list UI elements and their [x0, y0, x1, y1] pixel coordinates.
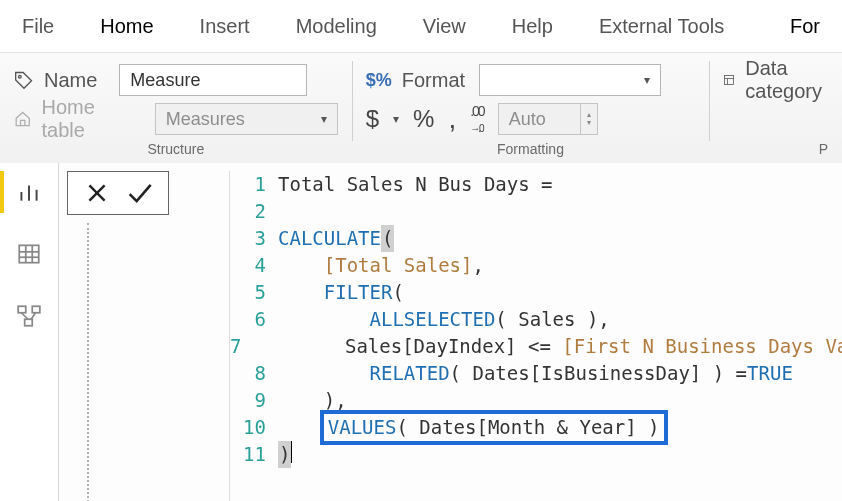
format-icon: $%	[366, 70, 392, 91]
dax-eq-op: =	[724, 360, 747, 387]
decrease-decimals-button[interactable]: .00→.0	[470, 103, 483, 135]
dax-true: TRUE	[747, 360, 793, 387]
dax-first-n: [First N Business Days Value]	[562, 333, 842, 360]
chevron-down-icon: ▾	[321, 112, 327, 126]
dax-open-paren: (	[381, 225, 394, 252]
dax-related: RELATED	[370, 360, 450, 387]
tag-icon	[14, 70, 34, 90]
data-category-label: Data category	[745, 57, 828, 103]
tab-external-tools[interactable]: External Tools	[599, 15, 724, 38]
chevron-down-icon: ▾	[644, 73, 650, 87]
text-cursor	[291, 441, 292, 463]
model-icon	[16, 303, 42, 329]
percent-button[interactable]: %	[413, 105, 434, 133]
ribbon: Name Measure Home table Measures ▾ Struc…	[0, 52, 842, 163]
view-rail	[0, 163, 59, 501]
dax-sales-dayindex: Sales[DayIndex]	[345, 333, 517, 360]
tab-modeling[interactable]: Modeling	[296, 15, 377, 38]
close-icon	[84, 180, 110, 206]
tab-format[interactable]: For	[790, 15, 820, 38]
svg-rect-7	[19, 245, 39, 262]
dax-calculate: CALCULATE	[278, 225, 381, 252]
data-view-button[interactable]	[14, 239, 44, 269]
svg-rect-12	[18, 306, 26, 313]
dax-values: VALUES	[328, 416, 397, 438]
format-dropdown[interactable]: ▾	[479, 64, 661, 96]
dax-editor[interactable]: 1Total Sales N Bus Days = 2 3CALCULATE( …	[229, 171, 842, 501]
bar-chart-icon	[16, 179, 42, 205]
canvas-ruler	[87, 223, 89, 501]
formula-commit-bar	[67, 171, 169, 215]
tab-file[interactable]: File	[22, 15, 54, 38]
ribbon-group-properties: Data category P	[709, 53, 842, 163]
check-icon	[125, 178, 153, 208]
dax-allselected: ALLSELECTED	[370, 306, 496, 333]
model-view-button[interactable]	[14, 301, 44, 331]
confirm-formula-button[interactable]	[125, 179, 153, 207]
group-title-formatting: Formatting	[366, 141, 696, 161]
svg-point-0	[19, 75, 22, 78]
chevron-down-icon[interactable]: ▾	[393, 112, 399, 126]
tab-help[interactable]: Help	[512, 15, 553, 38]
cancel-formula-button[interactable]	[83, 179, 111, 207]
ribbon-group-structure: Name Measure Home table Measures ▾ Struc…	[0, 53, 352, 163]
workspace: 1Total Sales N Bus Days = 2 3CALCULATE( …	[0, 163, 842, 501]
report-view-button[interactable]	[14, 177, 44, 207]
group-title-structure: Structure	[14, 141, 338, 161]
home-icon	[14, 110, 31, 128]
dax-dates-month-year: Dates[Month & Year]	[408, 416, 648, 438]
home-table-value: Measures	[166, 109, 245, 130]
ribbon-group-formatting: $% Format ▾ $ ▾ % , .00→.0 Auto ▴▾ Forma…	[352, 53, 710, 163]
name-label: Name	[44, 69, 97, 92]
currency-button[interactable]: $	[366, 105, 379, 133]
data-category-icon	[723, 71, 735, 89]
svg-line-16	[31, 313, 35, 320]
tab-insert[interactable]: Insert	[200, 15, 250, 38]
dax-line-1: Total Sales N Bus Days =	[278, 171, 553, 198]
measure-name-input[interactable]: Measure	[119, 64, 307, 96]
dax-le-op: <=	[517, 333, 563, 360]
svg-rect-1	[725, 76, 734, 85]
tab-home[interactable]: Home	[100, 15, 153, 38]
dax-close-paren: )	[278, 441, 291, 468]
format-label: Format	[402, 69, 465, 92]
dax-total-sales: [Total Sales]	[324, 252, 473, 279]
decimals-stepper[interactable]: ▴▾	[580, 103, 598, 135]
dax-dates-isbusinessday: Dates[IsBusinessDay]	[461, 360, 713, 387]
dax-highlight-values: VALUES( Dates[Month & Year] )	[320, 410, 668, 445]
svg-rect-14	[25, 319, 33, 326]
tab-view[interactable]: View	[423, 15, 466, 38]
report-canvas[interactable]: 1Total Sales N Bus Days = 2 3CALCULATE( …	[59, 163, 842, 501]
svg-rect-13	[32, 306, 40, 313]
ribbon-tabs: File Home Insert Modeling View Help Exte…	[0, 0, 842, 52]
dax-sales-table: Sales	[507, 306, 587, 333]
dax-filter: FILTER	[324, 279, 393, 306]
chevron-down-icon: ▾	[581, 119, 597, 127]
home-table-label: Home table	[41, 96, 140, 142]
table-icon	[16, 241, 42, 267]
svg-line-15	[21, 313, 28, 320]
home-table-dropdown[interactable]: Measures ▾	[155, 103, 338, 135]
decimals-input[interactable]: Auto	[498, 103, 580, 135]
group-title-properties: P	[723, 141, 828, 161]
